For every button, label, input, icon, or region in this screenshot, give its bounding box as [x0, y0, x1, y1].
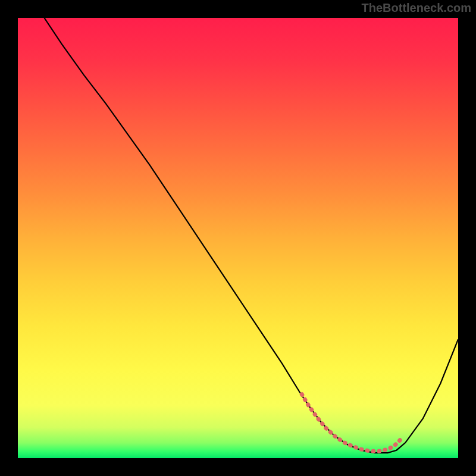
bottleneck-curve [44, 18, 458, 453]
curve-layer [18, 18, 458, 458]
watermark-text: TheBottleneck.com [362, 1, 471, 15]
plot-area [18, 18, 458, 458]
optimal-range-marker [302, 394, 401, 451]
